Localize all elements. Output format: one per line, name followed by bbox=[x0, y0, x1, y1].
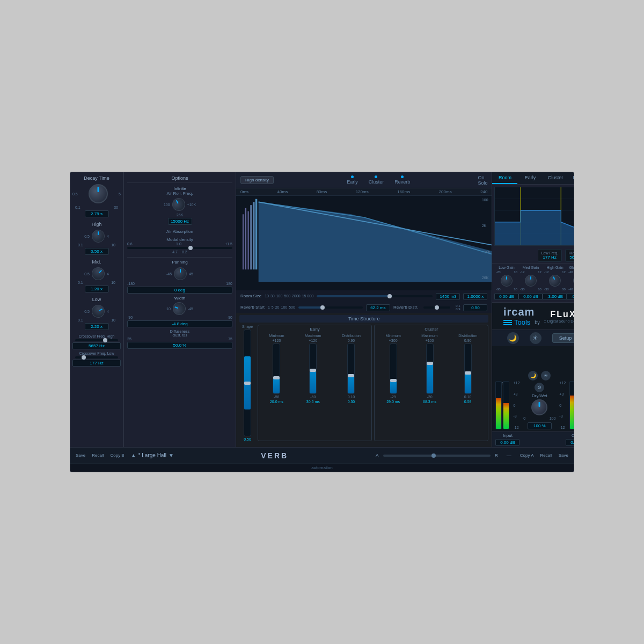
early-min-top: +120 bbox=[273, 339, 281, 342]
med-gain-knob[interactable] bbox=[525, 275, 537, 287]
reverb-start-value: 62.2 ms bbox=[366, 304, 390, 311]
copy-b-btn[interactable]: Copy B bbox=[110, 453, 124, 458]
reverb-mode-tab[interactable]: Reverb bbox=[394, 175, 410, 185]
dry-wet-value: 100 % bbox=[528, 422, 552, 429]
cluster-dist-fader[interactable] bbox=[464, 343, 472, 394]
structure-content: Shape 0.50 Early M bbox=[239, 325, 488, 441]
save-right-btn[interactable]: Save bbox=[559, 453, 568, 458]
input-meter-bars bbox=[495, 386, 509, 429]
high-value: 0.50 x bbox=[85, 248, 109, 255]
high-gain-col: High Gain -1212 -3030 -3.00 dB bbox=[543, 266, 567, 300]
cluster-min-col: Minimum +300 -29 29.0 ms bbox=[385, 334, 400, 404]
cluster-fader-group: Minimum +300 -29 29.0 ms bbox=[376, 334, 486, 404]
tab-reverb[interactable]: Reverb bbox=[568, 172, 574, 184]
up-arrow-icon[interactable]: ▲ bbox=[131, 452, 136, 458]
sun-icon[interactable]: ☀ bbox=[530, 332, 541, 344]
width-knob[interactable] bbox=[171, 301, 187, 317]
recall-right-btn[interactable]: Recall bbox=[540, 453, 552, 458]
panning-knob[interactable] bbox=[174, 267, 187, 280]
reverb-start-slider[interactable] bbox=[298, 306, 363, 309]
gear-icon[interactable]: ⚙ bbox=[535, 383, 544, 392]
dist-label-1: Distribution bbox=[342, 334, 361, 338]
room-size-value: 1450 m3 bbox=[436, 293, 460, 300]
early-min-value: 20.0 ms bbox=[270, 400, 283, 404]
setup-button[interactable]: Setup bbox=[552, 333, 574, 343]
time-structure: Time Structure Shape 0.50 bbox=[236, 313, 492, 447]
left-panel: Decay Time 0.5 5 0.130 2.79 s High 0.5 bbox=[70, 172, 123, 447]
modal-density-label: Modal density bbox=[127, 237, 232, 242]
cluster-section: Cluster Minimum +300 -29 bbox=[374, 325, 488, 441]
high-knob[interactable] bbox=[92, 230, 105, 243]
width-value: -4.8 deg bbox=[127, 320, 232, 327]
crossover-low-value: 177 Hz bbox=[72, 360, 121, 367]
reverb-dot bbox=[401, 175, 404, 178]
low-gain-knob[interactable] bbox=[501, 275, 513, 287]
low-freq-value: 177 Hz bbox=[543, 255, 557, 260]
dry-wet-icons: 🌙 ☀ bbox=[528, 371, 551, 380]
early-min-fader[interactable] bbox=[273, 343, 280, 394]
cluster-mode-tab[interactable]: Cluster bbox=[369, 175, 384, 185]
tools-flux-row: Tools by bbox=[503, 318, 540, 326]
crossover-high-section: Crossover Freq. High 5657 Hz bbox=[72, 334, 121, 349]
time-ruler: 0ms 40ms 80ms 120ms 160ms 200ms 240 bbox=[236, 188, 492, 196]
output-meters: Output bbox=[569, 380, 574, 429]
crossover-low-slider[interactable] bbox=[75, 356, 118, 358]
dry-wet-knob[interactable] bbox=[531, 399, 547, 415]
ab-slider[interactable] bbox=[383, 455, 491, 457]
cluster-dist-col: Distribution 0.90 0.10 0.59 bbox=[458, 334, 477, 404]
decay-time-knob-row: 0.5 5 0.130 2.79 s bbox=[72, 183, 121, 217]
diffuseness-value: 50.0 % bbox=[127, 342, 232, 349]
shape-fader[interactable] bbox=[244, 330, 251, 436]
crossover-high-slider[interactable] bbox=[75, 339, 118, 341]
eq-display: +2 +1 0 -10 -20 bbox=[494, 187, 574, 246]
svg-rect-16 bbox=[503, 322, 512, 323]
by-label: by bbox=[535, 320, 540, 325]
center-with-options: Options Infinite Air Roll. Freq. 100 +10… bbox=[123, 172, 492, 447]
bottom-controls: Save Recall Copy B ▲ * Large Hall ▼ VERB… bbox=[76, 451, 568, 460]
early-max-fader[interactable] bbox=[309, 343, 317, 394]
eq-svg bbox=[495, 187, 574, 245]
mid-knob[interactable] bbox=[89, 265, 107, 283]
dry-wet-moon[interactable]: 🌙 bbox=[528, 371, 538, 380]
air-roll-label: Air Roll. Freq. bbox=[167, 191, 193, 196]
high-gain-knob[interactable] bbox=[547, 273, 562, 288]
early-fader-group: Minimum +120 -58 20.0 ms bbox=[260, 334, 370, 404]
recall-left-btn[interactable]: Recall bbox=[92, 453, 104, 458]
low-gain-label: Low Gain bbox=[499, 266, 515, 269]
early-mode-tab[interactable]: Early bbox=[347, 175, 358, 185]
tab-room[interactable]: Room bbox=[492, 172, 517, 184]
low-knob[interactable] bbox=[90, 303, 107, 320]
low-value: 2.20 x bbox=[85, 323, 109, 330]
infinite-option: Infinite Air Roll. Freq. 100 +10K 26K 15… bbox=[127, 186, 232, 225]
decay-time-knob[interactable] bbox=[89, 184, 108, 203]
cluster-max-fader[interactable] bbox=[426, 343, 434, 394]
dry-wet-sun[interactable]: ☀ bbox=[541, 371, 551, 380]
modal-density-option: Modal density 0.61.0+1.5 4.78.2 bbox=[127, 237, 232, 254]
high-gain-label: High Gain bbox=[546, 266, 563, 269]
plugin-name-footer: VERB bbox=[261, 451, 288, 460]
cluster-min-fader[interactable] bbox=[390, 343, 397, 394]
room-size-row: Room Size 1030100500200015 000 1450 m3 1… bbox=[236, 290, 492, 302]
high-freq-group: High Freq. 5657 Hz bbox=[565, 249, 574, 262]
ircam-brand: ircam bbox=[503, 306, 535, 318]
global-gain-knob[interactable] bbox=[570, 273, 574, 289]
save-left-btn[interactable]: Save bbox=[76, 453, 85, 458]
reverb-start-scale: 1520100500 bbox=[268, 305, 295, 309]
visualizer-section: 0ms 40ms 80ms 120ms 160ms 200ms 240 100 … bbox=[236, 188, 492, 290]
low-gain-value: 0.00 dB bbox=[494, 293, 518, 300]
low-freq-label: Low Freq. bbox=[541, 251, 558, 255]
tab-early[interactable]: Early bbox=[517, 172, 543, 184]
down-arrow-icon[interactable]: ▼ bbox=[169, 452, 174, 458]
moon-icon[interactable]: 🌙 bbox=[507, 332, 519, 344]
early-dist-fader[interactable] bbox=[347, 343, 355, 394]
cluster-dot bbox=[375, 175, 377, 178]
density-btn[interactable]: High density bbox=[240, 176, 274, 184]
automation-bar: automation bbox=[70, 463, 574, 472]
tab-cluster[interactable]: Cluster bbox=[543, 172, 568, 184]
copy-a-btn[interactable]: Copy A bbox=[520, 453, 534, 458]
air-roll-knob[interactable] bbox=[170, 196, 187, 214]
room-size-scale: 1030100500200015 000 bbox=[265, 294, 313, 298]
reverb-distr-slider[interactable] bbox=[423, 306, 450, 309]
room-size-slider[interactable] bbox=[317, 295, 433, 297]
modal-density-slider[interactable] bbox=[127, 247, 232, 249]
